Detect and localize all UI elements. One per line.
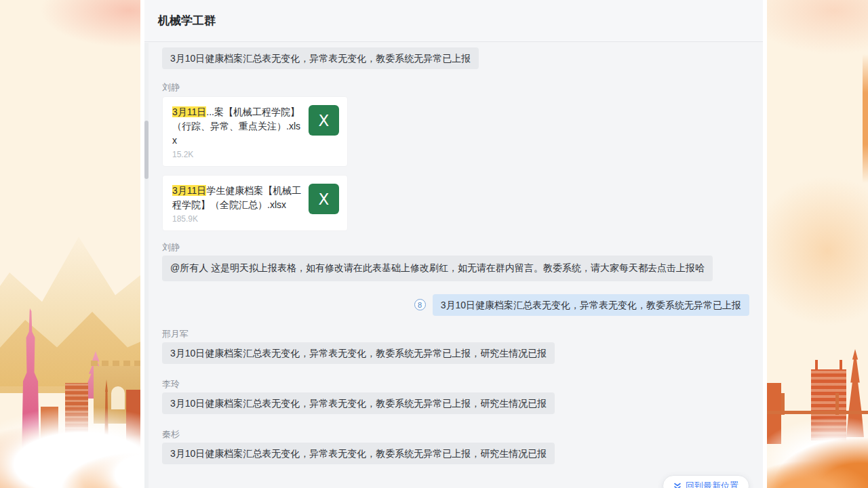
sender-name: 刘静 xyxy=(162,241,749,253)
message-bubble: @所有人 这是明天拟上报表格，如有修改请在此表基础上修改刷红，如无请在群内留言。… xyxy=(162,256,713,281)
orange-cloud xyxy=(753,176,868,325)
file-info: 3月11日学生健康档案【机械工程学院】（全院汇总）.xlsx 185.9K xyxy=(172,184,302,224)
file-size: 185.9K xyxy=(172,214,302,224)
message-bubble: 3月10日健康档案汇总表无变化，异常表无变化，教委系统无异常已上报，研究生情况已… xyxy=(162,342,555,364)
bridge-tower-art xyxy=(781,393,785,415)
left-scrollbar-track[interactable] xyxy=(144,43,149,488)
scrollbar-thumb[interactable] xyxy=(144,121,149,179)
file-info: 3月11日...案【机械工程学院】（行踪、异常、重点关注）.xlsx 15.2K xyxy=(172,105,302,159)
chat-header: 机械学工群 xyxy=(144,0,763,42)
file-name: 3月11日...案【机械工程学院】（行踪、异常、重点关注）.xlsx xyxy=(172,105,302,148)
highlighted-date: 3月11日 xyxy=(172,106,206,117)
sender-name: 秦杉 xyxy=(162,428,749,441)
back-to-latest-button[interactable]: 回到最新位置 xyxy=(663,475,749,488)
chat-panel: 机械学工群 3月10日健康档案汇总表无变化，异常表无变化，教委系统无异常已上报 … xyxy=(140,0,767,488)
message-bubble: 3月10日健康档案汇总表无变化，异常表无变化，教委系统无异常已上报，研究生情况已… xyxy=(162,392,555,414)
message-bubble: 3月10日健康档案汇总表无变化，异常表无变化，教委系统无异常已上报，研究生情况已… xyxy=(162,443,555,464)
file-name: 3月11日学生健康档案【机械工程学院】（全院汇总）.xlsx xyxy=(172,184,302,212)
file-size: 15.2K xyxy=(172,150,302,159)
back-to-latest-label: 回到最新位置 xyxy=(686,480,738,488)
file-attachment-card[interactable]: 3月11日...案【机械工程学院】（行踪、异常、重点关注）.xlsx 15.2K… xyxy=(162,96,348,167)
own-message-row: 8 3月10日健康档案汇总表无变化，异常表无变化，教委系统无异常已上报 xyxy=(162,294,749,316)
excel-file-icon: X xyxy=(309,184,339,214)
file-attachment-card[interactable]: 3月11日学生健康档案【机械工程学院】（全院汇总）.xlsx 185.9K X xyxy=(162,175,348,231)
message-bubble: 3月10日健康档案汇总表无变化，异常表无变化，教委系统无异常已上报 xyxy=(162,47,479,69)
double-chevron-down-icon xyxy=(673,482,682,488)
sender-name: 刘静 xyxy=(162,81,749,94)
sender-name: 邢月军 xyxy=(162,327,749,340)
own-message-bubble: 3月10日健康档案汇总表无变化，异常表无变化，教委系统无异常已上报 xyxy=(433,294,749,316)
highlighted-date: 3月11日 xyxy=(172,185,206,196)
excel-file-icon: X xyxy=(309,105,339,136)
message-list: 3月10日健康档案汇总表无变化，异常表无变化，教委系统无异常已上报 刘静 3月1… xyxy=(144,47,763,464)
bridge-tower-art xyxy=(835,393,839,415)
group-title: 机械学工群 xyxy=(158,13,216,28)
read-count-badge[interactable]: 8 xyxy=(414,299,426,310)
orange-edge-stripe xyxy=(863,54,868,183)
sender-name: 李玲 xyxy=(162,378,749,390)
